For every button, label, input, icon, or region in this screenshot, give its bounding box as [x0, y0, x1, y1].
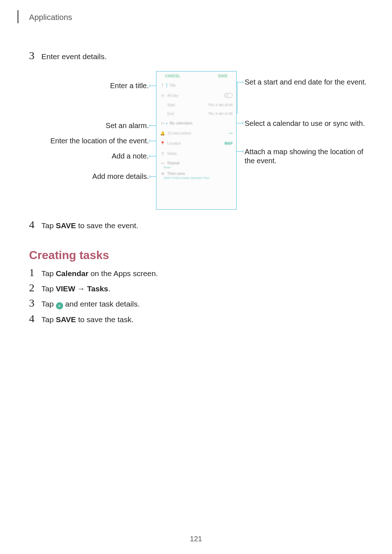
callout-date: Set a start and end date for the event. [245, 78, 368, 87]
step-num: 1 [29, 267, 41, 278]
step-4: 4 Tap SAVE to save the event. [29, 220, 363, 231]
cal-dot: ● [166, 122, 167, 124]
lead-date-t1 [243, 81, 243, 83]
t2-bold2: Tasks [87, 284, 108, 293]
step-num: 3 [29, 297, 41, 308]
end-row: End Thu, 5 Jan 11:00 [156, 109, 236, 118]
repeat-sub: None [164, 166, 236, 169]
location-row: 📍 Location MAP [156, 138, 236, 148]
reminder-row: 🔔 10 mins before — [156, 128, 236, 138]
step-body: Tap SAVE to save the event. [41, 220, 138, 231]
calendar-icon: ▭ [160, 121, 165, 126]
step-body: Tap SAVE to save the task. [41, 314, 134, 325]
step4-suffix: to save the event. [76, 221, 138, 230]
lead-title-t [150, 85, 150, 87]
map-link: MAP [225, 141, 233, 145]
my-calendars: My calendars [170, 121, 192, 125]
step-num: 4 [29, 313, 41, 324]
step-num: 2 [29, 282, 41, 293]
tasks-step-1: 1 Tap Calendar on the Apps screen. [29, 268, 363, 279]
notes-label: Notes [167, 152, 177, 156]
note-icon: 🗒 [160, 151, 165, 156]
t2-prefix: Tap [41, 284, 56, 293]
callout-alarm: Set an alarm. [29, 121, 149, 130]
phone-topbar: CANCEL SAVE [156, 71, 236, 80]
start-label: Start [167, 103, 175, 107]
phone-mockup: CANCEL SAVE T Title ◷ All day Start Thu,… [156, 71, 237, 210]
repeat-label: Repeat [167, 161, 179, 165]
t2-bold1: VIEW [56, 284, 75, 293]
t3-suffix: and enter task details. [63, 300, 140, 308]
timezone-label: Time zone [167, 172, 185, 176]
save-button: SAVE [218, 74, 228, 78]
end-value: Thu, 5 Jan 11:00 [208, 112, 233, 115]
section-name: Applications [29, 13, 72, 22]
title-row: T Title [156, 80, 236, 90]
t4-bold: SAVE [56, 315, 76, 324]
event-details-diagram: Enter a title. Set an alarm. Enter the l… [29, 64, 363, 213]
text-icon: T [160, 83, 165, 87]
plus-icon: + [56, 302, 63, 309]
callout-location: Enter the location of the event. [29, 136, 149, 145]
step-body: Tap Calendar on the Apps screen. [41, 268, 158, 279]
t2-arrow: → [75, 284, 87, 293]
reminder-label: 10 mins before [167, 131, 191, 135]
tasks-step-4: 4 Tap SAVE to save the task. [29, 314, 363, 325]
callout-title: Enter a title. [29, 81, 149, 90]
start-value: Thu, 5 Jan 10:00 [208, 103, 233, 107]
allday-row: ◷ All day [156, 90, 236, 100]
lead-more-h [150, 176, 156, 177]
step-body: Tap VIEW → Tasks. [41, 283, 110, 294]
tasks-step-3: 3 Tap + and enter task details. [29, 298, 363, 309]
callout-calendar: Select a calendar to use or sync with. [245, 119, 368, 128]
t1-bold: Calendar [56, 269, 89, 278]
step-num: 3 [29, 50, 41, 61]
location-label: Location [167, 141, 181, 145]
step-body: Enter event details. [41, 51, 107, 62]
title-placeholder: Title [169, 83, 176, 87]
timezone-sub: (GMT+9:00) Korean Standard Time [164, 176, 236, 180]
t4-suffix: to save the task. [76, 315, 134, 324]
calendars-row: ▭ ● My calendars [156, 118, 236, 128]
repeat-icon: ▭ [160, 161, 165, 165]
t1-prefix: Tap [41, 269, 56, 278]
pin-icon: 📍 [160, 141, 165, 146]
cancel-button: CANCEL [165, 74, 180, 78]
cursor [167, 83, 167, 87]
lead-more-t [150, 175, 150, 178]
step4-bold: SAVE [56, 221, 76, 230]
t1-suffix: on the Apps screen. [89, 269, 158, 278]
lead-alarm-h [150, 126, 156, 126]
step4-prefix: Tap [41, 221, 56, 230]
header-rule [17, 10, 19, 23]
heading-creating-tasks: Creating tasks [29, 249, 363, 262]
globe-icon: ⊕ [160, 171, 165, 176]
callout-more: Add more details. [29, 172, 149, 181]
start-row: Start Thu, 5 Jan 10:00 [156, 100, 236, 109]
step-3: 3 Enter event details. [29, 51, 363, 62]
lead-cal-t [243, 122, 243, 124]
notes-row: 🗒 Notes [156, 148, 236, 159]
lead-alarm-t [150, 124, 150, 127]
tasks-step-2: 2 Tap VIEW → Tasks. [29, 283, 363, 294]
lead-date-v [237, 82, 237, 114]
lead-map-t [243, 150, 243, 153]
lead-loc-t [150, 140, 150, 142]
callout-note: Add a note. [29, 152, 149, 161]
step-body: Tap + and enter task details. [41, 298, 140, 309]
clock-icon: ◷ [160, 93, 165, 98]
lead-note-t [150, 155, 150, 157]
page-number: 121 [0, 535, 392, 543]
step-num: 4 [29, 219, 41, 230]
allday-toggle [224, 93, 233, 98]
reminder-remove: — [229, 131, 233, 135]
t2-suffix: . [108, 284, 110, 293]
end-label: End [167, 112, 174, 116]
bell-icon: 🔔 [160, 131, 165, 136]
allday-label: All day [167, 94, 178, 98]
callout-map: Attach a map showing the location of the… [245, 147, 368, 165]
t4-prefix: Tap [41, 315, 56, 324]
t3-prefix: Tap [41, 300, 56, 308]
